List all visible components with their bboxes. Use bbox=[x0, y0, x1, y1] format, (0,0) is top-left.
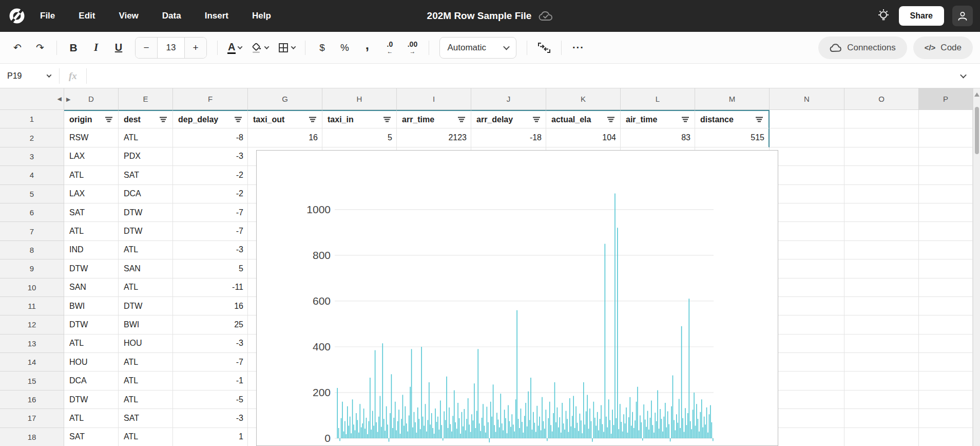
cell-O10[interactable] bbox=[844, 278, 919, 297]
cell-F14[interactable]: -7 bbox=[173, 353, 248, 371]
cell-K2[interactable]: 104 bbox=[546, 128, 621, 147]
column-header-N[interactable]: N bbox=[770, 88, 844, 110]
cell-O8[interactable] bbox=[844, 241, 919, 259]
connections-button[interactable]: Connections bbox=[818, 36, 907, 59]
cell-D6[interactable]: SAT bbox=[64, 203, 119, 222]
cell-E16[interactable]: ATL bbox=[119, 391, 173, 409]
menu-edit[interactable]: Edit bbox=[79, 11, 95, 21]
row-header-2[interactable]: 2 bbox=[0, 128, 64, 147]
file-title[interactable]: 202M Row Sample File bbox=[427, 10, 532, 22]
column-filter-icon[interactable] bbox=[607, 116, 615, 123]
table-header-arr_delay[interactable]: arr_delay bbox=[471, 110, 546, 128]
column-header-J[interactable]: J bbox=[471, 88, 546, 110]
cell-O7[interactable] bbox=[844, 222, 919, 240]
cell-E7[interactable]: DTW bbox=[119, 222, 173, 240]
cell-D18[interactable]: SAT bbox=[64, 428, 119, 446]
cell-F6[interactable]: -7 bbox=[173, 203, 248, 222]
row-header-15[interactable]: 15 bbox=[0, 371, 64, 390]
cell-P14[interactable] bbox=[919, 353, 973, 371]
cell-O5[interactable] bbox=[844, 185, 919, 203]
cell-D9[interactable]: DTW bbox=[64, 259, 119, 278]
table-header-dest[interactable]: dest bbox=[119, 110, 173, 128]
cell-P5[interactable] bbox=[919, 185, 973, 203]
borders-button[interactable] bbox=[274, 38, 299, 58]
table-header-taxi_in[interactable]: taxi_in bbox=[322, 110, 397, 128]
table-header-dep_delay[interactable]: dep_delay bbox=[173, 110, 248, 128]
cell-N7[interactable] bbox=[770, 222, 844, 240]
vertical-scrollbar[interactable] bbox=[973, 88, 980, 446]
cell-P18[interactable] bbox=[919, 428, 973, 446]
scroll-up-arrow[interactable] bbox=[974, 92, 979, 97]
cell-N10[interactable] bbox=[770, 278, 844, 297]
italic-button[interactable]: I bbox=[86, 38, 106, 58]
cell-F2[interactable]: -8 bbox=[173, 128, 248, 147]
bold-button[interactable]: B bbox=[63, 38, 84, 58]
cell-O16[interactable] bbox=[844, 391, 919, 409]
cell-F3[interactable]: -3 bbox=[173, 147, 248, 166]
cell-E18[interactable]: ATL bbox=[119, 428, 173, 446]
cell-P9[interactable] bbox=[919, 259, 973, 278]
column-header-G[interactable]: G bbox=[248, 88, 322, 110]
embedded-chart[interactable]: 02004006008001000 bbox=[256, 150, 778, 446]
cell-O2[interactable] bbox=[844, 128, 919, 147]
cell-E13[interactable]: HOU bbox=[119, 335, 173, 353]
column-filter-icon[interactable] bbox=[532, 116, 541, 123]
currency-format-button[interactable]: $ bbox=[312, 38, 332, 58]
row-header-17[interactable]: 17 bbox=[0, 409, 64, 428]
cell-N13[interactable] bbox=[770, 335, 844, 353]
cell-F7[interactable]: -7 bbox=[173, 222, 248, 240]
cell-E5[interactable]: DCA bbox=[119, 185, 173, 203]
row-header-16[interactable]: 16 bbox=[0, 391, 64, 409]
column-header-O[interactable]: O bbox=[844, 88, 919, 110]
column-filter-icon[interactable] bbox=[457, 116, 466, 123]
cell-N11[interactable] bbox=[770, 297, 844, 315]
column-filter-icon[interactable] bbox=[681, 116, 689, 123]
cell-E8[interactable]: ATL bbox=[119, 241, 173, 259]
cell-P7[interactable] bbox=[919, 222, 973, 240]
cell-D8[interactable]: IND bbox=[64, 241, 119, 259]
account-button[interactable] bbox=[952, 6, 973, 26]
cell-N1[interactable] bbox=[770, 110, 844, 128]
row-header-4[interactable]: 4 bbox=[0, 166, 64, 184]
cell-P12[interactable] bbox=[919, 315, 973, 334]
column-filter-icon[interactable] bbox=[105, 116, 113, 123]
cell-reference[interactable]: P19 bbox=[7, 71, 47, 81]
cell-F13[interactable]: -3 bbox=[173, 335, 248, 353]
text-overflow-button[interactable] bbox=[533, 38, 555, 58]
cell-F11[interactable]: 16 bbox=[173, 297, 248, 315]
cell-N6[interactable] bbox=[770, 203, 844, 222]
cell-F18[interactable]: 1 bbox=[173, 428, 248, 446]
cell-P4[interactable] bbox=[919, 166, 973, 184]
cell-E3[interactable]: PDX bbox=[119, 147, 173, 166]
cell-P16[interactable] bbox=[919, 391, 973, 409]
cell-N17[interactable] bbox=[770, 409, 844, 428]
cell-N5[interactable] bbox=[770, 185, 844, 203]
table-header-actual_ela[interactable]: actual_ela bbox=[546, 110, 621, 128]
cell-P10[interactable] bbox=[919, 278, 973, 297]
more-options-button[interactable]: ··· bbox=[568, 38, 588, 58]
column-filter-icon[interactable] bbox=[159, 116, 167, 123]
cell-O17[interactable] bbox=[844, 409, 919, 428]
undo-button[interactable]: ↶ bbox=[7, 38, 28, 58]
cell-H2[interactable]: 5 bbox=[322, 128, 397, 147]
row-header-10[interactable]: 10 bbox=[0, 278, 64, 297]
cell-F10[interactable]: -11 bbox=[173, 278, 248, 297]
cell-O14[interactable] bbox=[844, 353, 919, 371]
cell-D15[interactable]: DCA bbox=[64, 371, 119, 390]
cell-G2[interactable]: 16 bbox=[248, 128, 322, 147]
chevron-down-icon[interactable] bbox=[47, 72, 52, 78]
cell-O9[interactable] bbox=[844, 259, 919, 278]
row-header-9[interactable]: 9 bbox=[0, 259, 64, 278]
cell-F8[interactable]: -3 bbox=[173, 241, 248, 259]
cell-N8[interactable] bbox=[770, 241, 844, 259]
cell-D11[interactable]: BWI bbox=[64, 297, 119, 315]
row-header-8[interactable]: 8 bbox=[0, 241, 64, 259]
cell-J2[interactable]: -18 bbox=[471, 128, 546, 147]
cell-O15[interactable] bbox=[844, 371, 919, 390]
cell-M2[interactable]: 515 bbox=[695, 128, 770, 147]
cell-E6[interactable]: DTW bbox=[119, 203, 173, 222]
number-format-select[interactable]: Automatic bbox=[439, 37, 516, 59]
text-color-button[interactable]: A bbox=[224, 38, 245, 58]
cell-O3[interactable] bbox=[844, 147, 919, 166]
column-header-E[interactable]: E bbox=[119, 88, 173, 110]
